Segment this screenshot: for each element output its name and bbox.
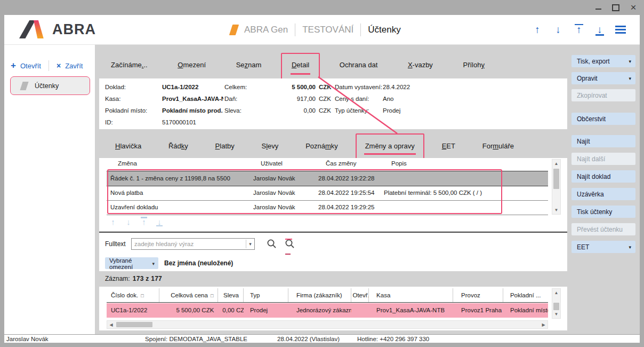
changes-table-header: Změna Uživatel Čas změny Popis [107,158,548,171]
column-header[interactable]: Provoz [453,288,503,302]
sort-icon[interactable]: □ [141,293,143,298]
eet-button[interactable]: EET▾ [571,241,635,253]
column-header[interactable]: Čas změny [326,160,390,167]
scroll-up-icon[interactable]: ▲ [552,289,560,297]
receipts-table: Číslo dok.□ Celková cena□ Sleva Typ Firm… [99,287,567,330]
column-label: Typ [250,292,260,298]
tab-slevy[interactable]: Slevy [262,140,279,151]
tab-formulare[interactable]: Formuláře [482,140,514,151]
tab-omezeni[interactable]: Omezení [178,59,206,71]
search-icon[interactable] [267,239,277,251]
chevron-down-icon[interactable]: ▾ [246,240,254,248]
receipts-vscrollbar[interactable]: ▲ ▼ [552,288,561,319]
search-highlight-icon[interactable] [285,239,295,251]
cell: Prodej [244,303,288,318]
app-name: ABRA Gen [244,25,288,35]
tab-label: H [115,142,120,150]
column-header[interactable]: Změna [118,160,257,167]
tab-hlavicka[interactable]: Hlavička [115,140,141,151]
tab-x-vazby[interactable]: X-vazby [408,59,433,71]
column-header[interactable]: Otevř. [351,288,369,302]
menu-icon[interactable] [615,26,626,34]
brand-name: ABRA [52,21,96,38]
last-record-icon[interactable]: ↓ [594,24,605,36]
move-down-icon[interactable]: ↓ [124,217,133,226]
search-input[interactable] [131,238,255,250]
column-header[interactable]: Firma (zákazník) [288,288,352,302]
table-row[interactable]: UC1a-1/2022 5 500,00 CZK 0,00 CZK Prodej… [107,303,548,318]
column-header[interactable]: Číslo dok.□ [107,288,159,302]
field-value: Prov1_KasaA-JAVA-NT [162,93,223,105]
cell: 0,00 CZK [218,303,244,318]
scroll-right-icon[interactable]: ▶ [540,321,548,329]
edit-button[interactable]: Opravit▾ [571,72,635,84]
tab-zaciname[interactable]: Začínáme... [111,59,148,71]
move-last-icon[interactable]: ↓ [155,217,164,226]
column-header[interactable]: Typ [244,288,288,302]
next-record-icon[interactable]: ↓ [553,24,564,36]
column-header[interactable]: Celková cena□ [159,288,219,302]
closing-button[interactable]: Uzávěrka [571,188,635,200]
tab-ochrana-dat[interactable]: Ochrana dat [340,59,378,71]
abra-logo-icon [19,20,47,38]
scroll-left-icon[interactable]: ◀ [107,321,115,329]
tab-label: nam [248,61,261,69]
open-button[interactable]: Otevřít [20,62,41,70]
tab-poznamky[interactable]: Poznámky [305,140,338,151]
close-button[interactable]: Zavřít [65,62,83,70]
scroll-down-icon[interactable]: ▼ [552,206,560,214]
move-first-icon[interactable]: ↑ [140,217,148,226]
scroll-thumb[interactable] [553,303,559,310]
field-value: 917,00 [253,93,316,105]
crumb-divider [360,23,361,36]
move-up-icon[interactable]: ↑ [109,217,117,226]
print-export-button[interactable]: Tisk, export▾ [571,55,635,67]
minimize-icon[interactable] [594,3,602,12]
tab-radky[interactable]: Řádky [168,140,188,151]
sort-icon[interactable]: □ [211,293,213,298]
receipts-hscrollbar[interactable]: ◀ ▶ [107,320,548,329]
tab-label: evy [268,142,278,150]
selected-filter-button[interactable]: Vybrané omezení ▾ [105,257,158,269]
column-header[interactable]: Uživatel [261,160,324,167]
copy-button[interactable]: Zkopírovat [571,89,635,101]
scroll-down-icon[interactable]: ▼ [552,310,560,318]
tab-platby[interactable]: Platby [215,140,235,151]
convert-receipt-button[interactable]: Převést účtenku [571,223,635,235]
maximize-icon[interactable] [611,3,620,12]
tab-detail[interactable]: Detail [292,59,309,71]
abra-slash-icon [229,25,239,35]
tab-label: X [408,61,413,69]
scroll-thumb[interactable] [116,322,152,327]
tab-label: Začínáme [111,61,142,69]
column-header[interactable]: Pokladní ... [503,288,548,302]
previous-record-icon[interactable]: ↑ [532,24,543,36]
tab-label: Se [236,61,245,69]
scroll-thumb[interactable] [553,169,559,189]
column-header[interactable]: Kasa [369,288,453,302]
table-row[interactable]: Uzavření dokladu Jaroslav Novák 28.04.20… [107,200,548,215]
tab-prilohy[interactable]: Přílohy [463,59,484,71]
find-button[interactable]: Najít [571,135,635,147]
open-plus-icon: + [11,60,16,71]
column-header[interactable]: Popis [391,160,551,167]
close-icon[interactable]: × [629,3,638,12]
dropdown-icon: ▾ [629,76,631,81]
receipts-table-header: Číslo dok.□ Celková cena□ Sleva Typ Firm… [107,288,548,303]
detail-tab-bar: Hlavička Řádky Platby Slevy Poznámky Změ… [99,140,567,151]
find-next-button[interactable]: Najít další [571,153,635,165]
first-record-icon[interactable]: ↑ [574,24,584,36]
print-receipt-button[interactable]: Tisk účtenky [571,206,635,218]
tab-eet[interactable]: EET [442,140,455,151]
tab-zmeny-a-opravy[interactable]: Změny a opravy [365,140,415,151]
refresh-button[interactable]: Občerstvit [571,113,635,125]
tab-seznam[interactable]: Seznam [236,59,262,71]
changes-scrollbar[interactable]: ▲ ▼ [552,159,561,215]
table-row[interactable]: Nová platba Jaroslav Novák 28.04.2022 19… [107,186,548,201]
sidebar-item-uctenky[interactable]: Účtenky [10,76,90,95]
table-row[interactable]: Řádek č. 1 - změna ceny z 11998,8 na 550… [107,171,548,186]
find-document-button[interactable]: Najít doklad [571,170,635,183]
column-header[interactable]: Sleva [218,288,244,302]
scroll-up-icon[interactable]: ▲ [552,160,560,168]
record-counter-label: Záznam: [105,275,130,282]
